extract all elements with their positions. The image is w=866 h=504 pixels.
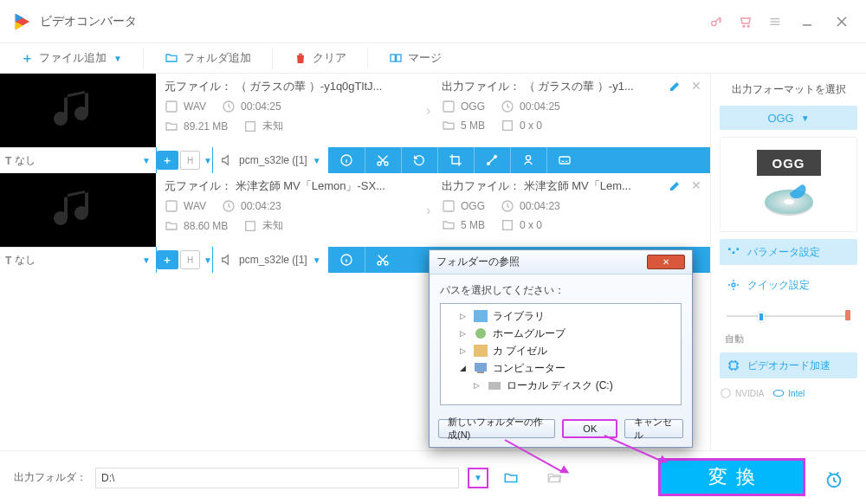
speaker-icon (220, 253, 234, 267)
subtitle-value: なし (15, 153, 139, 168)
svg-point-38 (784, 199, 794, 204)
folder-plus-icon (165, 51, 178, 65)
source-file-label: 元ファイル： （ ガラスの華 ）-y1q0gTltJ... (165, 79, 424, 94)
dialog-close-button[interactable]: ✕ (647, 255, 685, 269)
svg-rect-30 (443, 201, 454, 211)
codec-value: pcm_s32le ([1] (239, 254, 307, 266)
browse-folder-icon[interactable] (502, 470, 520, 486)
minimize-button[interactable] (790, 7, 824, 36)
chevron-down-icon: ▼ (313, 156, 321, 165)
audio-codec-select[interactable]: pcm_s32le ([1] ▼ (213, 147, 328, 173)
schedule-icon[interactable] (824, 470, 843, 489)
chevron-down-icon: ▼ (313, 255, 321, 265)
output-info: › 出力ファイル： （ ガラスの華 ）-y1... ✕ OGG 00:04:25… (433, 74, 710, 147)
watermark-tool-icon[interactable] (510, 147, 546, 173)
separator (367, 48, 368, 68)
svg-rect-51 (477, 372, 484, 373)
svg-point-42 (732, 283, 735, 287)
rotate-tool-icon[interactable] (401, 147, 437, 173)
subtitle-tool-icon[interactable] (546, 147, 583, 173)
tree-node[interactable]: ▷ローカル ディスク (C:) (474, 377, 675, 394)
crop-tool-icon[interactable] (437, 147, 474, 173)
output-folder-input[interactable]: D:\ (95, 468, 459, 488)
gpu-accel-button[interactable]: ビデオカード加速 (720, 352, 857, 378)
clear-button[interactable]: クリア (287, 47, 353, 69)
subtitle-value: なし (15, 253, 139, 268)
speaker-icon (220, 153, 234, 167)
expand-icon: ▷ (460, 342, 469, 359)
ok-button[interactable]: OK (562, 419, 617, 438)
remove-icon[interactable]: ✕ (691, 79, 701, 93)
add-file-button[interactable]: ＋ ファイル追加 ▼ (14, 47, 129, 70)
tree-node[interactable]: ▷カ ブイゼル (460, 342, 675, 359)
add-folder-button[interactable]: フォルダ追加 (158, 47, 258, 69)
thumbnail[interactable] (0, 74, 156, 147)
effect-tool-icon[interactable] (474, 147, 510, 173)
thumbnail[interactable] (0, 173, 156, 247)
quality-select[interactable]: ＋ H ▼ (157, 247, 212, 273)
format-icon (165, 199, 178, 213)
dimension-icon (501, 218, 514, 232)
dialog-title-bar[interactable]: フォルダーの参照 ✕ (430, 250, 692, 275)
tree-node[interactable]: ▷ライブラリ (460, 307, 675, 325)
params-button[interactable]: パラメータ設定 (720, 239, 857, 265)
tree-node[interactable]: ◢コンピューター (460, 359, 675, 377)
app-title: ビデオコンバータ (40, 14, 137, 29)
trash-icon (294, 51, 307, 65)
svg-rect-52 (488, 382, 501, 390)
remove-icon[interactable]: ✕ (691, 178, 701, 192)
slider-thumb[interactable] (758, 312, 765, 322)
intel-badge: Intel (772, 387, 805, 399)
edit-icon[interactable] (669, 79, 682, 93)
tree-label: ライブラリ (493, 307, 545, 325)
svg-rect-29 (246, 221, 255, 230)
star-icon (727, 278, 740, 292)
info-tool-icon[interactable] (328, 147, 365, 173)
add-file-label: ファイル追加 (39, 50, 107, 66)
output-format-select[interactable]: OGG ▼ (720, 106, 857, 130)
output-dimension: 0 x 0 (520, 219, 542, 231)
svg-rect-12 (391, 55, 395, 61)
svg-rect-14 (166, 101, 177, 112)
source-info: 元ファイル： 米津玄師 MV「Lemon」-SX... WAV 00:04:23… (156, 173, 433, 247)
info-tool-icon[interactable] (328, 247, 365, 273)
file-row: 元ファイル： 米津玄師 MV「Lemon」-SX... WAV 00:04:23… (0, 173, 710, 247)
merge-button[interactable]: マージ (382, 47, 449, 69)
folder-icon (165, 120, 178, 133)
folder-icon (165, 219, 178, 233)
convert-button[interactable]: 変換 (658, 458, 805, 496)
chevron-down-icon: ▼ (142, 255, 151, 265)
text-icon: T (5, 155, 11, 167)
svg-rect-43 (730, 362, 737, 369)
key-icon[interactable] (701, 7, 731, 36)
menu-icon[interactable] (760, 7, 790, 36)
tree-node[interactable]: ▷ホームグループ (460, 325, 675, 342)
subtitle-select[interactable]: T なし ▼ (0, 147, 156, 173)
dimension-icon (243, 219, 257, 233)
dialog-prompt: パスを選択してください： (440, 283, 682, 298)
add-track-icon: ＋ (157, 250, 178, 269)
disk-icon (488, 379, 501, 391)
ogg-badge: OGG (757, 150, 821, 176)
cancel-button[interactable]: キャンセル (624, 419, 683, 438)
output-folder-label: 出力フォルダ： (14, 470, 87, 485)
svg-rect-16 (246, 121, 255, 131)
new-folder-button[interactable]: 新しいフォルダーの作成(N) (438, 419, 555, 438)
hw-vendors: NVIDIA Intel (720, 387, 857, 399)
hq-badge: H (180, 151, 200, 170)
cut-tool-icon[interactable] (365, 147, 401, 173)
quality-select[interactable]: ＋ H ▼ (157, 147, 212, 173)
audio-codec-select[interactable]: pcm_s32le ([1] ▼ (213, 247, 328, 273)
subtitle-select[interactable]: T なし ▼ (0, 247, 156, 273)
quick-settings-button[interactable]: クイック設定 (720, 272, 857, 298)
quality-slider[interactable] (723, 305, 854, 326)
cart-icon[interactable] (731, 7, 760, 36)
folder-tree[interactable]: ▷ライブラリ ▷ホームグループ ▷カ ブイゼル ◢コンピューター ▷ローカル デ… (440, 303, 682, 405)
cut-tool-icon[interactable] (365, 247, 401, 273)
edit-icon[interactable] (669, 178, 682, 192)
format-panel-title: 出力フォーマットを選択 (720, 82, 857, 97)
close-button[interactable] (824, 7, 859, 36)
output-folder-dropdown[interactable]: ▼ (468, 468, 488, 488)
svg-rect-41 (736, 248, 739, 250)
svg-rect-13 (397, 55, 401, 61)
